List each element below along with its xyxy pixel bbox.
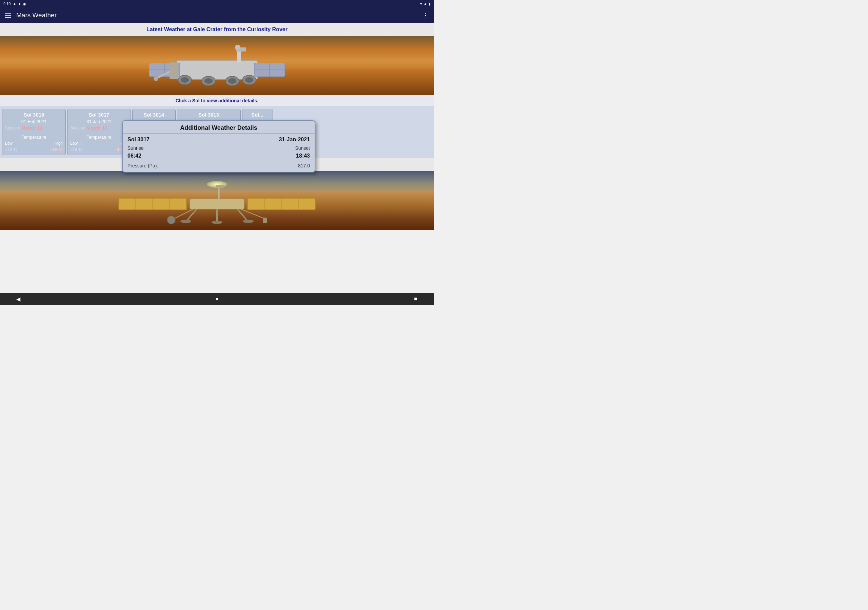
sol-card-1-date: 31-Jan-2021 <box>70 119 128 124</box>
season-label-1: Season: <box>70 126 85 130</box>
sol-card-2-title: Sol 3014 <box>135 112 173 118</box>
low-label-1: Low <box>70 141 78 146</box>
popup-times: 06:42 18:43 <box>123 152 315 162</box>
svg-point-19 <box>153 76 158 81</box>
svg-point-9 <box>228 78 236 84</box>
svg-rect-21 <box>190 199 244 209</box>
wifi-icon: ▾ <box>420 2 422 6</box>
curiosity-section-header: Latest Weather at Gale Crater from the C… <box>0 23 434 36</box>
popup-sol: Sol 3017 <box>127 136 150 142</box>
season-value-1: Month 12 <box>87 125 107 131</box>
svg-point-41 <box>167 216 175 224</box>
insight-rover-svg-container <box>0 171 434 230</box>
sol-card-1-temp-label: Temperature <box>70 135 128 139</box>
sol-card-4-title: Sol... <box>245 112 270 118</box>
insight-rover-image <box>0 171 434 230</box>
sol-card-1-divider <box>70 133 128 133</box>
svg-point-7 <box>205 78 212 84</box>
instruction-label: Click a Sol to view additional details. <box>176 98 258 103</box>
pressure-value: 817.0 <box>298 163 310 169</box>
high-label-0: High <box>54 141 63 146</box>
svg-point-35 <box>180 220 191 223</box>
sol-card-0-season: Season: Month 12 <box>5 125 63 131</box>
app-bar: Mars Weather ⋮ <box>0 8 434 23</box>
time-display: 9:10 <box>3 2 11 6</box>
menu-line-2 <box>5 15 11 15</box>
svg-point-36 <box>212 221 222 224</box>
popup-title: Additional Weather Details <box>123 121 315 134</box>
more-options-button[interactable]: ⋮ <box>422 11 429 19</box>
wifi-bars: ▲ <box>423 2 427 6</box>
popup-sunrise-sunset-labels: Sunrise Sunset <box>123 144 315 152</box>
recents-button[interactable]: ■ <box>411 294 420 303</box>
popup-pressure: Pressure (Pa): 817.0 <box>123 162 315 172</box>
season-value-0: Month 12 <box>22 125 42 131</box>
menu-button[interactable] <box>5 13 11 18</box>
back-button[interactable]: ◀ <box>14 294 23 303</box>
sol-card-3-title: Sol 3013 <box>180 112 238 118</box>
sol-card-0-date: 01-Feb-2021 <box>5 119 63 124</box>
signal-icon: ● <box>18 2 21 6</box>
sol-card-1-title: Sol 3017 <box>70 112 128 118</box>
svg-point-11 <box>245 77 253 83</box>
sol-card-0-divider <box>5 133 63 133</box>
sunrise-label: Sunrise <box>127 146 143 151</box>
season-label-0: Season: <box>5 126 20 130</box>
status-bar: 9:10 ▲ ● ◉ ▾ ▲ ▮ <box>0 0 434 8</box>
menu-line-1 <box>5 13 11 14</box>
sol-card-0-temp-label: Temperature <box>5 135 63 139</box>
sol-card-1-temp-values: -73 C -17 C <box>70 146 128 152</box>
svg-line-40 <box>173 209 193 219</box>
svg-point-3 <box>235 45 240 50</box>
status-left: 9:10 ▲ ● ◉ <box>3 2 26 6</box>
weather-popup[interactable]: Additional Weather Details Sol 3017 31-J… <box>122 120 315 172</box>
curiosity-header-text: Latest Weather at Gale Crater from the C… <box>146 26 288 32</box>
sunrise-time: 06:42 <box>127 153 141 159</box>
curiosity-rover-svg-container <box>0 36 434 95</box>
curiosity-rover-svg <box>122 42 312 90</box>
svg-point-37 <box>243 220 254 223</box>
low-label-0: Low <box>5 141 12 146</box>
app-title: Mars Weather <box>16 11 417 19</box>
menu-line-3 <box>5 17 11 18</box>
status-right: ▾ ▲ ▮ <box>420 2 431 6</box>
notification-icon: ▲ <box>12 2 16 6</box>
sol-card-0[interactable]: Sol 3018 01-Feb-2021 Season: Month 12 Te… <box>2 109 66 155</box>
battery-icon: ▮ <box>429 2 431 6</box>
svg-rect-20 <box>169 62 178 79</box>
sunset-time: 18:43 <box>296 153 310 159</box>
sol-card-0-temp-row: Low High <box>5 141 63 146</box>
svg-rect-39 <box>216 185 224 188</box>
extra-icon: ◉ <box>23 2 26 6</box>
curiosity-rover-image <box>0 36 434 95</box>
bottom-nav: ◀ ● ■ <box>0 293 434 305</box>
pressure-label: Pressure (Pa): <box>127 163 158 169</box>
sol-card-0-title: Sol 3018 <box>5 112 63 118</box>
sol-card-1[interactable]: Sol 3017 31-Jan-2021 Season: Month 12 Te… <box>67 109 131 155</box>
insight-rover-svg <box>98 175 336 226</box>
svg-point-5 <box>181 77 189 83</box>
temp-low-0: -72 C <box>5 146 18 152</box>
home-button[interactable]: ● <box>212 294 222 303</box>
sol-card-1-season: Season: Month 12 <box>70 125 128 131</box>
sol-card-0-temp-values: -72 C -19 C <box>5 146 63 152</box>
temp-high-0: -19 C <box>50 146 63 152</box>
popup-sol-date-row: Sol 3017 31-Jan-2021 <box>123 134 315 144</box>
sol-card-1-temp-row: Low High <box>70 141 128 146</box>
svg-rect-43 <box>263 218 267 223</box>
temp-low-1: -73 C <box>70 146 83 152</box>
sunset-label: Sunset <box>295 146 310 151</box>
instruction-text: Click a Sol to view additional details. <box>0 95 434 106</box>
svg-line-32 <box>186 209 197 221</box>
popup-date: 31-Jan-2021 <box>279 136 310 142</box>
